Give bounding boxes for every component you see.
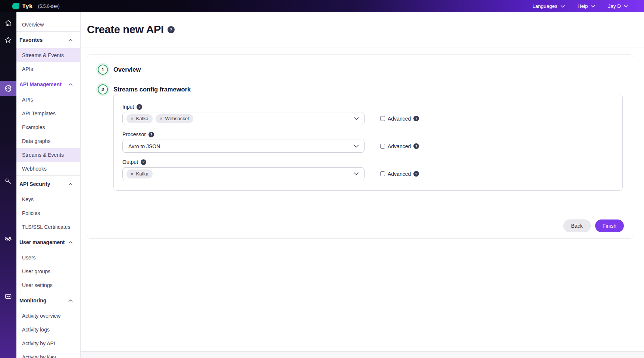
section-label: API Management xyxy=(19,81,62,87)
input-advanced-checkbox[interactable] xyxy=(380,116,385,121)
rail-favorites-icon[interactable] xyxy=(0,32,16,47)
processor-advanced-help-icon[interactable]: ? xyxy=(413,143,419,149)
sidebar-item-data-graphs[interactable]: Data graphs xyxy=(16,134,80,148)
tag-label: Kafka xyxy=(136,171,149,177)
input-help-icon[interactable]: ? xyxy=(137,104,142,110)
input-label: Input xyxy=(122,104,134,110)
processor-select[interactable]: Avro to JSON xyxy=(122,140,365,153)
processor-field-row: Processor ? Avro to JSON Advanced ? xyxy=(122,131,622,153)
step-connector xyxy=(103,75,103,84)
chevron-down-icon xyxy=(354,144,359,148)
languages-menu[interactable]: Languages xyxy=(532,3,565,9)
sidebar-item-user-groups[interactable]: User groups xyxy=(16,264,80,278)
step-2-indicator: 2 xyxy=(98,84,108,94)
sidebar-item-user-settings[interactable]: User settings xyxy=(16,278,80,292)
processor-label: Processor xyxy=(122,131,146,137)
sidebar-item-activity-by-api[interactable]: Activity by API xyxy=(16,336,80,350)
topbar: Tyk (5.5.0-dev) Languages Help Jay D xyxy=(0,0,644,12)
sidebar-section-monitoring[interactable]: Monitoring xyxy=(16,292,80,309)
page-header: ‹ Create new API ? xyxy=(81,12,644,47)
output-advanced-checkbox[interactable] xyxy=(380,171,385,176)
sidebar-section-api-security[interactable]: API Security xyxy=(16,176,80,192)
sidebar-section-user-management[interactable]: User management xyxy=(16,234,80,250)
tyk-logo-text: Tyk xyxy=(22,3,33,10)
input-select[interactable]: × Kafka × Websocket xyxy=(122,112,365,125)
processor-advanced-group: Advanced ? xyxy=(380,143,419,149)
output-label: Output xyxy=(122,159,138,165)
rail-user-management-icon[interactable] xyxy=(0,231,16,246)
help-menu[interactable]: Help xyxy=(578,3,595,9)
sidebar-item-examples[interactable]: Examples xyxy=(16,120,80,134)
finish-button[interactable]: Finish xyxy=(595,220,624,232)
input-advanced-group: Advanced ? xyxy=(380,116,419,122)
rail-api-management-icon[interactable] xyxy=(0,81,16,96)
sidebar-item-streams-events-favorite[interactable]: Streams & Events xyxy=(16,48,80,62)
step-1-label: Overview xyxy=(113,66,141,73)
chevron-down-icon xyxy=(354,172,359,175)
sidebar-item-tls-ssl-certificates[interactable]: TLS/SSL Certificates xyxy=(16,220,80,234)
remove-tag-icon[interactable]: × xyxy=(131,171,134,176)
section-label: User management xyxy=(19,239,65,245)
page-title: Create new API xyxy=(87,24,164,36)
chevron-down-icon xyxy=(624,5,628,8)
remove-tag-icon[interactable]: × xyxy=(131,116,134,121)
tag-kafka-output[interactable]: × Kafka xyxy=(126,169,153,178)
sidebar-item-apis-favorite[interactable]: APIs xyxy=(16,62,80,76)
tag-label: Websocket xyxy=(165,116,189,121)
chevron-up-icon xyxy=(68,183,73,186)
chevron-down-icon xyxy=(560,5,565,8)
section-label: Monitoring xyxy=(19,298,46,303)
advanced-label: Advanced xyxy=(388,116,411,122)
tyk-logo[interactable]: Tyk (5.5.0-dev) xyxy=(12,3,60,10)
chevron-down-icon xyxy=(354,117,359,120)
sidebar-section-api-management[interactable]: API Management xyxy=(16,76,80,93)
languages-menu-label: Languages xyxy=(532,3,557,9)
advanced-label: Advanced xyxy=(388,143,411,149)
output-select[interactable]: × Kafka xyxy=(122,167,365,180)
output-help-icon[interactable]: ? xyxy=(141,159,146,165)
sidebar-item-users[interactable]: Users xyxy=(16,250,80,264)
input-field-row: Input ? × Kafka × Websocket xyxy=(122,104,622,125)
output-advanced-help-icon[interactable]: ? xyxy=(413,171,419,177)
step-2-label: Streams config framework xyxy=(113,86,191,93)
processor-advanced-checkbox[interactable] xyxy=(380,144,385,149)
processor-help-icon[interactable]: ? xyxy=(149,132,154,137)
section-label: Favorites xyxy=(19,37,43,43)
help-menu-label: Help xyxy=(578,3,588,9)
remove-tag-icon[interactable]: × xyxy=(160,116,163,121)
icon-rail xyxy=(0,12,16,358)
chevron-down-icon xyxy=(591,5,595,8)
streams-config-panel: Input ? × Kafka × Websocket xyxy=(113,94,623,191)
sidebar-item-overview[interactable]: Overview xyxy=(16,18,80,31)
chevron-up-icon xyxy=(68,299,73,302)
input-advanced-help-icon[interactable]: ? xyxy=(413,116,419,121)
sidebar-item-apis[interactable]: APIs xyxy=(16,93,80,106)
back-button[interactable]: Back xyxy=(563,220,591,232)
sidebar-item-activity-by-key[interactable]: Activity by Key xyxy=(16,350,80,358)
sidebar-item-streams-events[interactable]: Streams & Events xyxy=(16,148,80,162)
sidebar-item-activity-logs[interactable]: Activity logs xyxy=(16,323,80,336)
output-advanced-group: Advanced ? xyxy=(380,171,419,177)
rail-monitoring-icon[interactable] xyxy=(0,289,16,304)
chevron-up-icon xyxy=(68,83,73,86)
sidebar-section-favorites[interactable]: Favorites xyxy=(16,32,80,48)
advanced-label: Advanced xyxy=(388,171,411,177)
page-help-icon[interactable]: ? xyxy=(168,26,175,33)
sidebar-item-keys[interactable]: Keys xyxy=(16,192,80,206)
sidebar-item-api-templates[interactable]: API Templates xyxy=(16,106,80,120)
user-menu[interactable]: Jay D xyxy=(608,3,628,9)
step-1-indicator: 1 xyxy=(98,65,108,75)
sidebar-item-policies[interactable]: Policies xyxy=(16,206,80,220)
sidebar-item-activity-overview[interactable]: Activity overview xyxy=(16,309,80,323)
rail-api-security-icon[interactable] xyxy=(0,174,16,189)
footer-strip xyxy=(81,352,644,358)
section-label: API Security xyxy=(19,181,50,187)
chevron-up-icon xyxy=(68,241,73,244)
tag-kafka[interactable]: × Kafka xyxy=(126,114,153,123)
tag-websocket[interactable]: × Websocket xyxy=(156,114,193,123)
output-field-row: Output ? × Kafka Advanced xyxy=(122,159,622,180)
sidebar-item-webhooks[interactable]: Webhooks xyxy=(16,162,80,175)
rail-home-icon[interactable] xyxy=(0,16,16,31)
processor-value: Avro to JSON xyxy=(126,143,160,149)
tag-label: Kafka xyxy=(136,116,149,121)
